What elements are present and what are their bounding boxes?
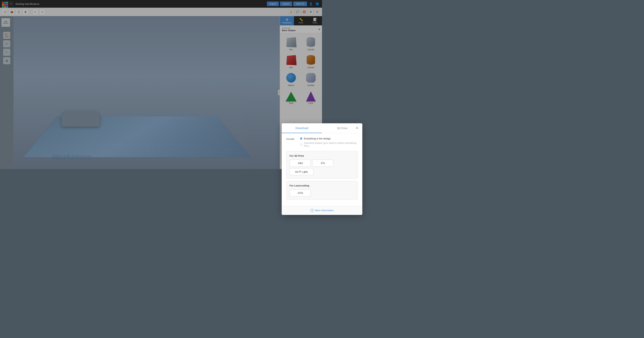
section-3d-print: For 3D Print .OBJ .STL GLTF (.glb)	[286, 151, 322, 169]
radio-selected-input[interactable]	[300, 143, 302, 146]
include-label: Include	[286, 137, 297, 140]
include-row: Include Everything in the design. Select…	[286, 137, 322, 147]
obj-button[interactable]: .OBJ	[290, 160, 311, 167]
3d-print-format-buttons: .OBJ .STL	[290, 160, 322, 167]
radio-group: Everything in the design. Selected shape…	[300, 137, 322, 147]
gltf-button-row: GLTF (.glb)	[290, 168, 322, 169]
tab-download[interactable]: Download	[282, 123, 322, 133]
section-3d-print-title: For 3D Print	[290, 154, 322, 157]
radio-selected[interactable]: Selected shapes (you need to select some…	[300, 142, 322, 147]
radio-everything-label: Everything in the design.	[304, 137, 322, 140]
radio-everything-input[interactable]	[300, 137, 302, 140]
stl-button[interactable]: .STL	[312, 160, 322, 167]
gltf-button[interactable]: GLTF (.glb)	[290, 168, 313, 169]
modal-backdrop[interactable]: Download 3D Print ✕ Include Everything i…	[0, 0, 322, 169]
modal-header: Download 3D Print ✕	[282, 123, 322, 133]
radio-everything[interactable]: Everything in the design.	[300, 137, 322, 140]
modal-body: Include Everything in the design. Select…	[282, 133, 322, 169]
download-modal: Download 3D Print ✕ Include Everything i…	[282, 123, 322, 169]
radio-selected-label: Selected shapes (you need to select some…	[304, 142, 322, 147]
